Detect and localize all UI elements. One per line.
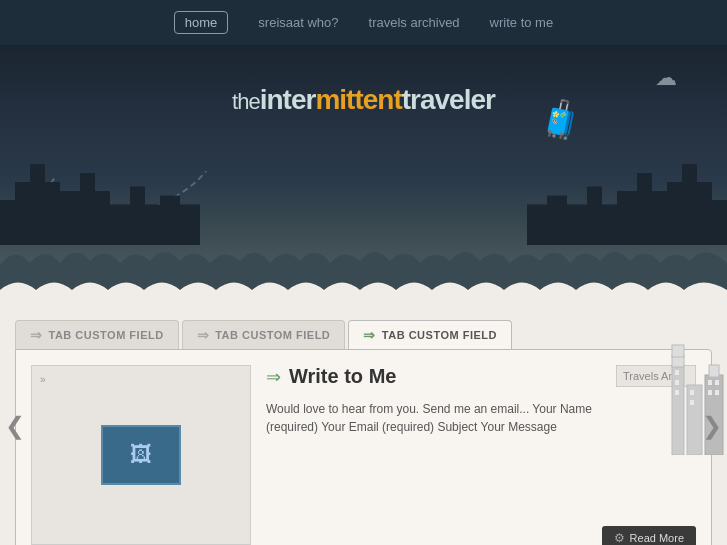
hero-section: ☁ theintermittenttraveler 🧳	[0, 45, 727, 275]
prev-arrow[interactable]: ❮	[0, 407, 30, 445]
nav-write[interactable]: write to me	[490, 15, 554, 30]
write-header: ⇒ Write to Me	[266, 365, 601, 388]
tab-2[interactable]: ⇒ TAB CUSTOM FIELD	[182, 320, 346, 349]
svg-rect-2	[672, 345, 684, 357]
tab-1-arrow: ⇒	[30, 327, 43, 343]
nav-sreisaat[interactable]: sreisaat who?	[258, 15, 338, 30]
svg-rect-8	[675, 390, 679, 395]
tab-bar: ⇒ TAB CUSTOM FIELD ⇒ TAB CUSTOM FIELD ⇒ …	[15, 305, 712, 349]
tab-3-label: TAB CUSTOM FIELD	[382, 329, 497, 341]
left-col-text: »	[32, 366, 250, 393]
next-arrow[interactable]: ❯	[697, 407, 727, 445]
tab-2-label: TAB CUSTOM FIELD	[215, 329, 330, 341]
media-placeholder: 🖼	[101, 425, 181, 485]
tab-1[interactable]: ⇒ TAB CUSTOM FIELD	[15, 320, 179, 349]
content-panel: » 🖼 ⇒ Write to Me Would love to hear fro…	[15, 349, 712, 545]
write-icon: ⇒	[266, 366, 281, 388]
nav-travels[interactable]: travels archived	[369, 15, 460, 30]
logo-the: the	[232, 89, 260, 114]
wave-top	[0, 275, 727, 305]
write-to-me-section: ⇒ Write to Me Would love to hear from yo…	[266, 365, 601, 545]
write-body: Would love to hear from you. Send me an …	[266, 400, 601, 436]
nav-home[interactable]: home	[174, 11, 229, 34]
site-logo: theintermittenttraveler 🧳	[174, 85, 554, 116]
svg-rect-12	[715, 380, 719, 385]
svg-rect-10	[690, 400, 694, 405]
svg-rect-6	[675, 370, 679, 375]
svg-rect-11	[708, 380, 712, 385]
svg-rect-13	[708, 390, 712, 395]
navigation: home sreisaat who? travels archived writ…	[0, 0, 727, 45]
hero-clouds	[0, 225, 727, 275]
svg-rect-14	[715, 390, 719, 395]
tab-1-label: TAB CUSTOM FIELD	[49, 329, 164, 341]
logo-text: theintermittenttraveler	[174, 85, 554, 116]
svg-rect-0	[672, 365, 684, 455]
tab-3[interactable]: ⇒ TAB CUSTOM FIELD	[348, 320, 512, 349]
left-column: » 🖼	[31, 365, 251, 545]
main-wrapper: ❮ ❯ ⇒ TAB CUSTOM FIELD	[0, 275, 727, 545]
svg-rect-7	[675, 380, 679, 385]
logo-traveler: traveler	[402, 84, 495, 115]
read-more-label: Read More	[630, 532, 684, 544]
svg-rect-5	[709, 365, 719, 377]
write-title: Write to Me	[289, 365, 396, 388]
left-col-note: »	[40, 374, 46, 385]
tab-3-arrow: ⇒	[363, 327, 376, 343]
logo-inter: inter	[260, 84, 316, 115]
logo-mittent: mittent	[315, 84, 401, 115]
svg-rect-9	[690, 390, 694, 395]
media-icon: 🖼	[130, 442, 152, 468]
main-content: ⇒ TAB CUSTOM FIELD ⇒ TAB CUSTOM FIELD ⇒ …	[0, 305, 727, 545]
tab-2-arrow: ⇒	[197, 327, 210, 343]
read-more-button[interactable]: Read More	[602, 526, 696, 545]
cloud-decoration: ☁	[655, 65, 677, 91]
